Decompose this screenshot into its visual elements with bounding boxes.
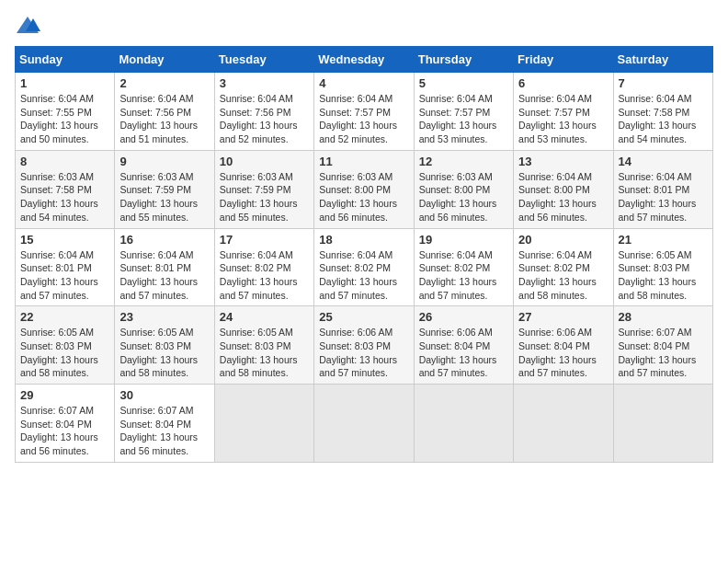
calendar-day-cell: 23 Sunrise: 6:05 AM Sunset: 8:03 PM Dayl… [115,306,214,385]
calendar-day-cell: 15 Sunrise: 6:04 AM Sunset: 8:01 PM Dayl… [16,228,115,306]
calendar-day-cell: 5 Sunrise: 6:04 AM Sunset: 7:57 PM Dayli… [414,73,513,151]
calendar-day-cell: 18 Sunrise: 6:04 AM Sunset: 8:02 PM Dayl… [314,228,414,306]
day-info: Sunrise: 6:03 AM Sunset: 7:59 PM Dayligh… [220,170,309,224]
day-info: Sunrise: 6:03 AM Sunset: 7:58 PM Dayligh… [20,170,109,224]
calendar-day-cell: 30 Sunrise: 6:07 AM Sunset: 8:04 PM Dayl… [115,385,214,463]
weekday-header-friday: Friday [514,47,613,73]
weekday-header-sunday: Sunday [16,47,115,73]
calendar-table: SundayMondayTuesdayWednesdayThursdayFrid… [15,46,713,463]
calendar-week-1: 1 Sunrise: 6:04 AM Sunset: 7:55 PM Dayli… [16,73,713,151]
calendar-day-cell: 10 Sunrise: 6:03 AM Sunset: 7:59 PM Dayl… [214,150,313,228]
day-number: 24 [220,310,309,324]
calendar-week-3: 15 Sunrise: 6:04 AM Sunset: 8:01 PM Dayl… [16,228,713,306]
day-info: Sunrise: 6:04 AM Sunset: 7:56 PM Dayligh… [119,92,209,146]
day-info: Sunrise: 6:04 AM Sunset: 8:00 PM Dayligh… [518,170,608,224]
day-info: Sunrise: 6:03 AM Sunset: 8:00 PM Dayligh… [319,170,408,224]
day-number: 4 [319,76,408,90]
day-info: Sunrise: 6:04 AM Sunset: 7:56 PM Dayligh… [220,92,309,146]
day-info: Sunrise: 6:04 AM Sunset: 7:58 PM Dayligh… [619,92,708,146]
calendar-day-cell: 22 Sunrise: 6:05 AM Sunset: 8:03 PM Dayl… [16,306,115,385]
calendar-day-cell: 1 Sunrise: 6:04 AM Sunset: 7:55 PM Dayli… [16,73,115,151]
day-info: Sunrise: 6:04 AM Sunset: 8:02 PM Dayligh… [518,248,608,303]
calendar-day-cell: 27 Sunrise: 6:06 AM Sunset: 8:04 PM Dayl… [514,306,613,385]
day-number: 28 [619,310,708,324]
day-info: Sunrise: 6:04 AM Sunset: 8:01 PM Dayligh… [619,170,708,224]
calendar-day-cell: 24 Sunrise: 6:05 AM Sunset: 8:03 PM Dayl… [214,306,313,385]
day-info: Sunrise: 6:07 AM Sunset: 8:04 PM Dayligh… [619,326,708,380]
day-number: 23 [119,310,209,324]
day-info: Sunrise: 6:05 AM Sunset: 8:03 PM Dayligh… [619,248,708,303]
day-number: 2 [119,76,209,90]
day-number: 26 [419,310,508,324]
day-info: Sunrise: 6:07 AM Sunset: 8:04 PM Dayligh… [119,404,209,458]
calendar-day-cell: 26 Sunrise: 6:06 AM Sunset: 8:04 PM Dayl… [414,306,513,385]
logo-icon [15,15,40,37]
day-info: Sunrise: 6:06 AM Sunset: 8:04 PM Dayligh… [518,326,608,380]
weekday-header-wednesday: Wednesday [314,47,414,73]
day-info: Sunrise: 6:04 AM Sunset: 7:57 PM Dayligh… [319,92,408,146]
calendar-day-cell: 8 Sunrise: 6:03 AM Sunset: 7:58 PM Dayli… [16,150,115,228]
weekday-header-tuesday: Tuesday [214,47,313,73]
day-number: 20 [518,233,608,247]
day-info: Sunrise: 6:04 AM Sunset: 8:01 PM Dayligh… [20,248,109,303]
logo [15,15,44,37]
calendar-week-5: 29 Sunrise: 6:07 AM Sunset: 8:04 PM Dayl… [16,385,713,463]
calendar-day-cell [214,385,313,463]
calendar-day-cell: 4 Sunrise: 6:04 AM Sunset: 7:57 PM Dayli… [314,73,414,151]
calendar-day-cell [613,385,712,463]
day-number: 29 [20,388,109,402]
day-info: Sunrise: 6:06 AM Sunset: 8:03 PM Dayligh… [319,326,408,380]
weekday-header-saturday: Saturday [613,47,712,73]
day-number: 18 [319,233,408,247]
day-info: Sunrise: 6:05 AM Sunset: 8:03 PM Dayligh… [119,326,209,380]
day-info: Sunrise: 6:04 AM Sunset: 7:57 PM Dayligh… [419,92,508,146]
day-number: 14 [619,155,708,168]
day-info: Sunrise: 6:03 AM Sunset: 8:00 PM Dayligh… [419,170,508,224]
day-info: Sunrise: 6:07 AM Sunset: 8:04 PM Dayligh… [20,404,109,458]
day-number: 13 [518,155,608,168]
day-number: 17 [220,233,309,247]
calendar-day-cell: 14 Sunrise: 6:04 AM Sunset: 8:01 PM Dayl… [613,150,712,228]
day-number: 8 [20,155,109,168]
day-number: 6 [518,76,608,90]
day-info: Sunrise: 6:05 AM Sunset: 8:03 PM Dayligh… [220,326,309,380]
day-info: Sunrise: 6:05 AM Sunset: 8:03 PM Dayligh… [20,326,109,380]
day-info: Sunrise: 6:03 AM Sunset: 7:59 PM Dayligh… [119,170,209,224]
calendar-day-cell [514,385,613,463]
day-number: 5 [419,76,508,90]
day-number: 16 [119,233,209,247]
day-number: 30 [119,388,209,402]
day-number: 10 [220,155,309,168]
calendar-day-cell: 28 Sunrise: 6:07 AM Sunset: 8:04 PM Dayl… [613,306,712,385]
day-number: 27 [518,310,608,324]
calendar-day-cell: 19 Sunrise: 6:04 AM Sunset: 8:02 PM Dayl… [414,228,513,306]
calendar-day-cell: 7 Sunrise: 6:04 AM Sunset: 7:58 PM Dayli… [613,73,712,151]
calendar-day-cell: 29 Sunrise: 6:07 AM Sunset: 8:04 PM Dayl… [16,385,115,463]
day-number: 19 [419,233,508,247]
day-info: Sunrise: 6:04 AM Sunset: 8:02 PM Dayligh… [419,248,508,303]
day-info: Sunrise: 6:04 AM Sunset: 7:55 PM Dayligh… [20,92,109,146]
day-info: Sunrise: 6:06 AM Sunset: 8:04 PM Dayligh… [419,326,508,380]
calendar-day-cell: 17 Sunrise: 6:04 AM Sunset: 8:02 PM Dayl… [214,228,313,306]
day-number: 1 [20,76,109,90]
calendar-day-cell: 13 Sunrise: 6:04 AM Sunset: 8:00 PM Dayl… [514,150,613,228]
calendar-day-cell: 3 Sunrise: 6:04 AM Sunset: 7:56 PM Dayli… [214,73,313,151]
calendar-day-cell: 16 Sunrise: 6:04 AM Sunset: 8:01 PM Dayl… [115,228,214,306]
day-number: 25 [319,310,408,324]
calendar-day-cell [414,385,513,463]
day-info: Sunrise: 6:04 AM Sunset: 8:01 PM Dayligh… [119,248,209,303]
day-info: Sunrise: 6:04 AM Sunset: 8:02 PM Dayligh… [319,248,408,303]
calendar-week-4: 22 Sunrise: 6:05 AM Sunset: 8:03 PM Dayl… [16,306,713,385]
day-number: 22 [20,310,109,324]
calendar-header-row: SundayMondayTuesdayWednesdayThursdayFrid… [16,47,713,73]
calendar-day-cell: 6 Sunrise: 6:04 AM Sunset: 7:57 PM Dayli… [514,73,613,151]
day-info: Sunrise: 6:04 AM Sunset: 7:57 PM Dayligh… [518,92,608,146]
page-header [15,15,713,37]
day-number: 21 [619,233,708,247]
calendar-day-cell [314,385,414,463]
calendar-day-cell: 21 Sunrise: 6:05 AM Sunset: 8:03 PM Dayl… [613,228,712,306]
calendar-week-2: 8 Sunrise: 6:03 AM Sunset: 7:58 PM Dayli… [16,150,713,228]
calendar-day-cell: 11 Sunrise: 6:03 AM Sunset: 8:00 PM Dayl… [314,150,414,228]
day-number: 7 [619,76,708,90]
day-number: 11 [319,155,408,168]
